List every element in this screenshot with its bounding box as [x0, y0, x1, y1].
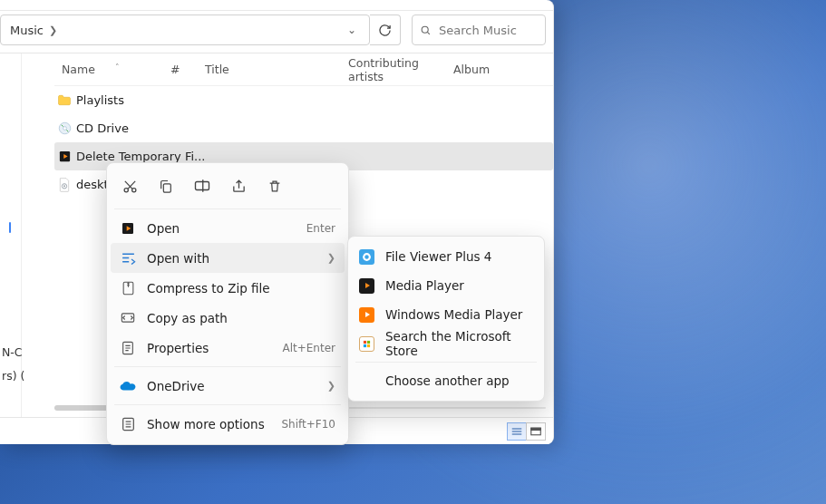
app-icon-fvp — [359, 249, 374, 265]
submenu-item-wmp[interactable]: Windows Media Player — [348, 300, 544, 329]
zip-icon — [120, 281, 136, 296]
column-artists[interactable]: Contributing artists — [348, 56, 453, 83]
app-icon-ms-store — [359, 336, 374, 352]
config-file-icon — [54, 178, 74, 192]
row-label: CD Drive — [74, 121, 129, 135]
svg-point-0 — [422, 26, 428, 33]
svg-point-18 — [364, 255, 368, 258]
open-icon — [120, 221, 136, 236]
column-name[interactable]: Name˄ — [54, 63, 170, 76]
svg-rect-10 — [163, 183, 170, 191]
clipped-nav-text: N-C rs) ( — [0, 341, 24, 388]
submenu-item-choose-app[interactable]: Choose another app — [348, 366, 544, 395]
column-track[interactable]: # — [170, 63, 205, 76]
nav-selection-indicator — [9, 222, 11, 233]
chevron-right-icon[interactable]: ❯ — [47, 24, 61, 36]
chevron-right-icon: ❯ — [327, 380, 335, 392]
properties-icon — [120, 341, 136, 355]
svg-rect-20 — [367, 340, 370, 343]
submenu-item-file-viewer-plus[interactable]: File Viewer Plus 4 — [348, 242, 544, 271]
blank-icon — [359, 373, 374, 389]
onedrive-icon — [120, 381, 136, 392]
context-menu-quick-actions — [107, 169, 348, 205]
copy-button[interactable] — [156, 176, 176, 196]
show-more-icon — [120, 417, 136, 431]
sort-asc-icon: ˄ — [115, 63, 120, 72]
svg-point-8 — [124, 188, 128, 191]
address-search-row: Music ❯ ⌄ — [0, 11, 553, 53]
menu-item-open-with[interactable]: Open with ❯ — [111, 243, 345, 273]
app-icon-wmp — [359, 307, 374, 323]
open-with-submenu: File Viewer Plus 4 Media Player Windows … — [347, 236, 545, 402]
menu-item-compress[interactable]: Compress to Zip file — [107, 273, 348, 303]
toolbar-area — [0, 0, 553, 11]
open-with-icon — [120, 251, 136, 265]
menu-item-onedrive[interactable]: OneDrive ❯ — [107, 371, 348, 401]
column-title[interactable]: Title — [205, 63, 348, 76]
view-large-button[interactable] — [526, 422, 546, 441]
svg-rect-19 — [364, 340, 366, 343]
separator — [355, 362, 537, 363]
svg-point-2 — [63, 127, 66, 131]
address-bar[interactable]: Music ❯ ⌄ — [0, 15, 370, 45]
app-icon-media-player — [359, 278, 374, 294]
menu-item-open[interactable]: Open Enter — [107, 213, 348, 243]
column-headers[interactable]: Name˄ # Title Contributing artists Album — [54, 53, 553, 86]
svg-rect-7 — [531, 428, 541, 430]
folder-icon — [54, 94, 74, 106]
svg-point-9 — [131, 188, 135, 191]
row-cd-drive[interactable]: CD Drive — [54, 114, 553, 142]
rename-button[interactable] — [192, 176, 212, 196]
row-label: Delete Temporary Fi... — [74, 150, 205, 163]
context-menu: Open Enter Open with ❯ Compress to Zip f… — [106, 162, 349, 445]
row-playlists[interactable]: Playlists — [54, 86, 553, 114]
breadcrumb-folder[interactable]: Music — [6, 24, 47, 37]
menu-item-copy-path[interactable]: Copy as path — [107, 303, 348, 333]
cd-drive-icon — [54, 121, 74, 135]
refresh-button[interactable] — [370, 15, 401, 45]
separator — [114, 366, 341, 367]
svg-rect-21 — [364, 344, 366, 346]
chevron-down-icon[interactable]: ⌄ — [340, 24, 364, 36]
menu-item-show-more[interactable]: Show more options Shift+F10 — [107, 409, 348, 439]
svg-point-5 — [63, 185, 65, 187]
row-label: Playlists — [74, 93, 124, 107]
search-box[interactable] — [412, 15, 546, 45]
column-album[interactable]: Album — [453, 63, 553, 76]
search-input[interactable] — [439, 24, 538, 37]
search-icon — [420, 24, 432, 36]
cut-button[interactable] — [120, 176, 140, 196]
share-button[interactable] — [228, 176, 248, 196]
delete-button[interactable] — [265, 176, 285, 196]
submenu-item-media-player[interactable]: Media Player — [348, 271, 544, 300]
submenu-item-ms-store[interactable]: Search the Microsoft Store — [348, 329, 544, 358]
svg-rect-22 — [367, 344, 370, 346]
svg-rect-11 — [196, 182, 209, 190]
separator — [114, 404, 341, 405]
view-details-button[interactable] — [507, 422, 527, 441]
media-file-icon — [54, 150, 74, 163]
chevron-right-icon: ❯ — [327, 252, 335, 264]
separator — [114, 208, 341, 209]
copy-path-icon — [120, 311, 136, 325]
menu-item-properties[interactable]: Properties Alt+Enter — [107, 333, 348, 363]
